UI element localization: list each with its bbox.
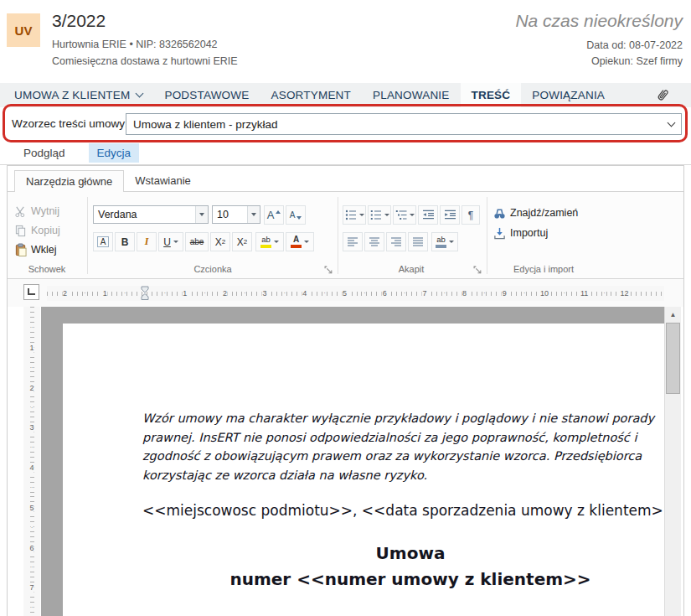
horizontal-ruler: 21123456789101112··············	[47, 286, 664, 301]
tab-stop-icon	[28, 288, 35, 295]
scroll-up-button[interactable]: ▲	[665, 307, 681, 322]
group-separator	[338, 197, 338, 274]
highlight-icon: ab	[260, 236, 271, 248]
ruler-number: 3	[262, 289, 268, 298]
document-page[interactable]: Wzór umowy ma charakter wyłącznie przykł…	[63, 324, 664, 616]
italic-button[interactable]: I	[137, 232, 157, 251]
dropdown-arrow-icon	[304, 241, 309, 243]
template-select-value: Umowa z klientem - przykład	[133, 118, 278, 131]
character-border-button[interactable]: A	[93, 232, 113, 251]
decrease-indent-icon	[422, 210, 435, 220]
import-button[interactable]: Importuj	[493, 224, 548, 242]
ruler-dot: ·	[603, 290, 606, 297]
document-content: Wzór umowy ma charakter wyłącznie przykł…	[63, 324, 664, 589]
binoculars-icon	[493, 207, 506, 220]
font-family-value: Verdana	[98, 209, 137, 220]
ribbon-tab-insert[interactable]: Wstawianie	[124, 170, 201, 191]
strikethrough-button[interactable]: abe	[185, 232, 209, 251]
template-select[interactable]: Umowa z klientem - przykład	[126, 113, 682, 135]
ruler-number: 2	[29, 383, 34, 393]
template-selector-label: Wzorzec treści umowy:	[12, 107, 128, 141]
tab-powiazania[interactable]: POWIĄZANIA	[521, 83, 616, 107]
ruler-number: 2	[62, 289, 68, 298]
scrollbar-thumb[interactable]	[666, 323, 680, 394]
bullet-list-button[interactable]	[343, 205, 366, 225]
align-right-icon	[390, 236, 402, 248]
ribbon-tab-home[interactable]: Narzędzia główne	[14, 170, 124, 192]
decrease-indent-button[interactable]	[418, 205, 438, 225]
align-center-button[interactable]	[364, 232, 384, 251]
align-justify-button[interactable]	[408, 232, 428, 251]
multilevel-list-button[interactable]	[393, 205, 416, 225]
group-separator	[87, 197, 88, 274]
underline-glyph: U	[163, 236, 171, 248]
numbered-list-button[interactable]	[368, 205, 391, 225]
copy-button[interactable]: Kopiuj	[14, 221, 60, 240]
tab-tresc[interactable]: TREŚĆ	[461, 83, 522, 107]
ruler-number: 12	[619, 289, 629, 298]
bold-button[interactable]: B	[115, 232, 135, 251]
template-selector-row: Wzorzec treści umowy: Umowa z klientem -…	[0, 107, 691, 141]
align-right-button[interactable]	[386, 232, 406, 251]
date-from-label: Data od: 08-07-2022	[586, 39, 683, 51]
shrink-font-button[interactable]: A	[286, 205, 306, 225]
show-marks-button[interactable]: ¶	[462, 205, 480, 225]
tab-label: POWIĄZANIA	[532, 89, 605, 101]
tab-stop-selector[interactable]	[23, 284, 39, 300]
tab-podglad[interactable]: Podgląd	[15, 143, 74, 163]
paragraph-dialog-launcher[interactable]	[473, 266, 482, 275]
tab-edycja[interactable]: Edycja	[89, 143, 140, 163]
tab-umowa-z-klientem[interactable]: UMOWA Z KLIENTEM	[3, 83, 153, 107]
align-left-button[interactable]	[343, 232, 363, 251]
ruler-dot: ·	[31, 365, 34, 371]
ruler-dot: ·	[31, 564, 34, 571]
cut-button[interactable]: Wytnij	[14, 202, 59, 220]
tab-asortyment[interactable]: ASORTYMENT	[260, 83, 362, 107]
find-replace-button[interactable]: Znajdź/zamień	[493, 204, 578, 222]
ruler-number: 1	[182, 289, 188, 298]
indent-markers[interactable]	[140, 286, 150, 301]
attachments-button[interactable]	[655, 83, 669, 107]
ruler-number: 6	[382, 289, 388, 298]
ruler-number: 2	[222, 289, 228, 298]
ruler-dot: ·	[31, 444, 34, 451]
paragraph-shading-button[interactable]: ab	[431, 232, 458, 251]
font-dialog-launcher[interactable]	[324, 266, 333, 275]
ruler-dot: ·	[364, 290, 366, 297]
arrow-up-icon	[276, 210, 281, 214]
editor-frame: Narzędzia główne Wstawianie Wytnij Kopiu…	[7, 165, 684, 616]
underline-button[interactable]: U	[158, 232, 183, 251]
dropdown-arrow-icon	[247, 206, 260, 223]
tab-planowanie[interactable]: PLANOWANIE	[362, 83, 461, 107]
grow-font-button[interactable]: A	[264, 205, 284, 225]
ruler-dot: ·	[564, 290, 566, 297]
strike-glyph: abe	[190, 237, 204, 246]
application-window: UV 3/2022 Hurtownia ERIE • NIP: 83265620…	[0, 0, 691, 616]
font-color-button[interactable]: A	[286, 232, 314, 251]
find-replace-label: Znajdź/zamień	[510, 207, 578, 219]
group-label-editing: Edycja i import	[487, 264, 601, 274]
view-tab-bar: Podgląd Edycja	[0, 141, 691, 165]
vertical-scrollbar[interactable]: ▲	[664, 307, 681, 616]
superscript-button[interactable]: X2	[232, 232, 252, 251]
highlight-color-button[interactable]: ab	[255, 232, 284, 251]
document-number-line: numer <<numer umowy z klientem>>	[142, 569, 664, 589]
ruler-dot: ·	[244, 290, 246, 297]
chevron-down-icon	[668, 118, 676, 127]
font-color-icon: A	[291, 236, 302, 248]
import-label: Importuj	[510, 227, 548, 239]
ruler-dot: ·	[483, 290, 486, 297]
disclaimer-line: korzystając ze wzorca działa na własne r…	[142, 466, 664, 485]
increase-indent-button[interactable]	[440, 205, 460, 225]
copy-label: Kopiuj	[31, 225, 60, 236]
ruler-dot: ·	[84, 290, 86, 297]
numbered-list-icon	[370, 209, 382, 221]
subscript-button[interactable]: X2	[210, 232, 230, 251]
font-family-select[interactable]: Verdana	[93, 205, 209, 224]
ruler-row: 21123456789101112··············	[8, 279, 683, 307]
tab-podstawowe[interactable]: PODSTAWOWE	[153, 83, 260, 107]
paste-button[interactable]: Wklej	[14, 241, 57, 259]
grow-font-glyph: A	[267, 209, 275, 221]
ruler-number: 1	[29, 343, 34, 353]
font-size-select[interactable]: 10	[212, 205, 260, 224]
